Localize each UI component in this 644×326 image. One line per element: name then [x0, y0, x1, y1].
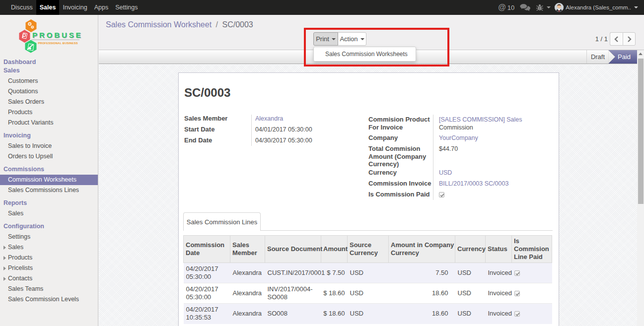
column-header[interactable]: Commission Date — [184, 236, 230, 263]
column-header[interactable]: Is Commision Line Paid — [512, 236, 552, 263]
sidebar-item-sales-teams[interactable]: Sales Teams — [0, 284, 98, 294]
sidebar-item-products[interactable]: Products — [0, 107, 98, 118]
table-cell: $ 18.60 — [321, 304, 348, 324]
sidebar-item-customers[interactable]: Customers — [0, 76, 98, 86]
field-value — [439, 191, 551, 198]
table-cell: Alexandra — [230, 263, 265, 283]
sidebar-item-orders-to-upsell[interactable]: Orders to Upsell — [0, 151, 98, 162]
caret-down-icon — [547, 6, 551, 8]
topbar-menu-discuss[interactable]: Discuss — [7, 0, 36, 15]
pager-next-button[interactable] — [623, 32, 636, 46]
field-link[interactable]: [SALES COMMISSION] Sales — [439, 116, 522, 123]
sidebar-item-contacts[interactable]: Contacts — [0, 273, 98, 284]
checkbox-checked[interactable] — [514, 291, 520, 296]
table-cell: INV/2017/0004-SO008 — [265, 283, 321, 304]
debug-menu[interactable] — [536, 3, 551, 11]
table-row[interactable]: 04/20/2017 10:35:53AlexandraSO008$ 18.60… — [184, 304, 552, 324]
sidebar-item-commission-worksheets[interactable]: Commission Worksheets — [0, 175, 98, 185]
table-cell: 04/20/2017 10:35:53 — [184, 304, 230, 324]
column-header[interactable]: Source Currency — [348, 236, 389, 263]
sidebar-item-sales-orders[interactable]: Sales Orders — [0, 97, 98, 107]
caret-down-icon — [360, 38, 364, 40]
table-cell-paid — [512, 283, 552, 304]
table-cell: 7.50 — [389, 263, 455, 283]
field-value: $44.70 — [439, 145, 551, 153]
field-value: BILL/2017/0003 SC/0003 — [439, 180, 551, 188]
field-label: Company — [368, 134, 434, 142]
field-label: Start Date — [184, 126, 249, 133]
chevron-left-icon — [614, 36, 619, 43]
column-header[interactable]: Status — [486, 236, 512, 263]
field-link[interactable]: USD — [439, 169, 452, 176]
field-link[interactable]: Alexandra — [255, 115, 283, 122]
sidebar-section-invoicing: Invoicing — [0, 131, 98, 140]
breadcrumb-parent[interactable]: Sales Commission Worksheet — [106, 20, 212, 29]
sidebar-item-sales[interactable]: Sales — [0, 208, 98, 219]
column-header[interactable]: Amount — [321, 236, 348, 263]
sidebar-item-sales-commission-levels[interactable]: Sales Commission Levels — [0, 294, 98, 305]
company-logo[interactable]: PROBUSE PROBUSE PROFESSIONAL BUSINESS — [0, 15, 98, 58]
table-cell: USD — [348, 283, 389, 304]
topbar-menu-invoicing[interactable]: Invoicing — [59, 0, 90, 15]
user-name: Alexandra (Sales_comm.. — [566, 4, 631, 10]
table-cell: USD — [348, 304, 389, 324]
column-header[interactable]: Sales Member — [230, 236, 265, 263]
sidebar-section-commissions: Commissions — [0, 165, 98, 174]
dropdown-item-sales-commission-worksheets[interactable]: Sales Commission Worksheets — [314, 47, 416, 61]
field-value: [SALES COMMISSION] SalesCommission — [439, 116, 551, 131]
sidebar: PROBUSE PROBUSE PROFESSIONAL BUSINESS Da… — [0, 15, 98, 326]
column-header[interactable]: Amount in Company Currency — [389, 236, 455, 263]
checkbox-checked[interactable] — [514, 270, 520, 276]
action-button[interactable]: Action — [338, 32, 366, 46]
field-text: $44.70 — [439, 145, 458, 152]
field-label: Sales Member — [184, 115, 249, 123]
user-menu[interactable]: Alexandra (Sales_comm.. — [555, 3, 638, 12]
expand-arrow-icon[interactable] — [3, 266, 6, 270]
expand-arrow-icon[interactable] — [3, 277, 6, 281]
field-link[interactable]: BILL/2017/0003 SC/0003 — [439, 180, 508, 187]
expand-arrow-icon[interactable] — [3, 246, 6, 250]
field-label: Total CommisionAmount (CompanyCurrency) — [368, 145, 434, 168]
messages-icon[interactable] — [519, 3, 531, 12]
checkbox-checked[interactable] — [514, 311, 520, 317]
sidebar-item-products[interactable]: Products — [0, 253, 98, 263]
sidebar-section-reports: Reports — [0, 199, 98, 207]
sidebar-item-product-variants[interactable]: Product Variants — [0, 118, 98, 128]
field-label: Currency — [368, 169, 434, 177]
table-cell: 04/20/2017 05:30:00 — [184, 283, 230, 304]
table-row[interactable]: 04/20/2017 05:30:00AlexandraCUST.IN/2017… — [184, 263, 552, 283]
table-cell-paid — [512, 263, 552, 283]
column-header[interactable]: Currency — [455, 236, 486, 263]
at-icon: @ — [498, 3, 506, 12]
scrollbar-thumb[interactable] — [638, 59, 644, 204]
tab-sales-commission-lines[interactable]: Sales Commission Lines — [183, 212, 261, 231]
topbar-menu-settings[interactable]: Settings — [112, 0, 141, 15]
sidebar-item-quotations[interactable]: Quotations — [0, 86, 98, 97]
topbar-menu-sales[interactable]: Sales — [36, 0, 60, 15]
field-value: 04/30/2017 05:30:00 — [255, 136, 359, 144]
pager-previous-button[interactable] — [610, 32, 623, 46]
vertical-scrollbar[interactable] — [637, 50, 644, 326]
sidebar-item-sales[interactable]: Sales — [0, 242, 98, 253]
breadcrumb-separator: / — [214, 20, 220, 29]
table-cell: 04/20/2017 05:30:00 — [184, 263, 230, 283]
checkbox-checked[interactable] — [439, 192, 444, 197]
table-row[interactable]: 04/20/2017 05:30:00AlexandraINV/2017/000… — [184, 283, 552, 304]
field-value: USD — [439, 169, 551, 177]
topbar-menu-apps[interactable]: Apps — [91, 0, 112, 15]
table-cell: Invoiced — [486, 263, 512, 283]
record-title: SC/0003 — [184, 86, 230, 100]
expand-arrow-icon[interactable] — [3, 256, 6, 260]
sidebar-item-settings[interactable]: Settings — [0, 232, 98, 242]
status-draft[interactable]: Draft — [587, 50, 609, 64]
sidebar-item-sales-to-invoice[interactable]: Sales to Invoice — [0, 141, 98, 151]
print-button[interactable]: Print — [313, 32, 338, 46]
scroll-up-arrow-icon[interactable] — [639, 53, 643, 55]
table-cell: USD — [455, 283, 486, 304]
sidebar-item-pricelists[interactable]: Pricelists — [0, 263, 98, 273]
sidebar-item-sales-commissions-lines[interactable]: Sales Commissions Lines — [0, 185, 98, 196]
field-label: End Date — [184, 136, 249, 144]
column-header[interactable]: Source Document — [265, 236, 321, 263]
field-link[interactable]: YourCompany — [439, 134, 478, 141]
mentions-counter[interactable]: @ 10 — [498, 3, 514, 12]
